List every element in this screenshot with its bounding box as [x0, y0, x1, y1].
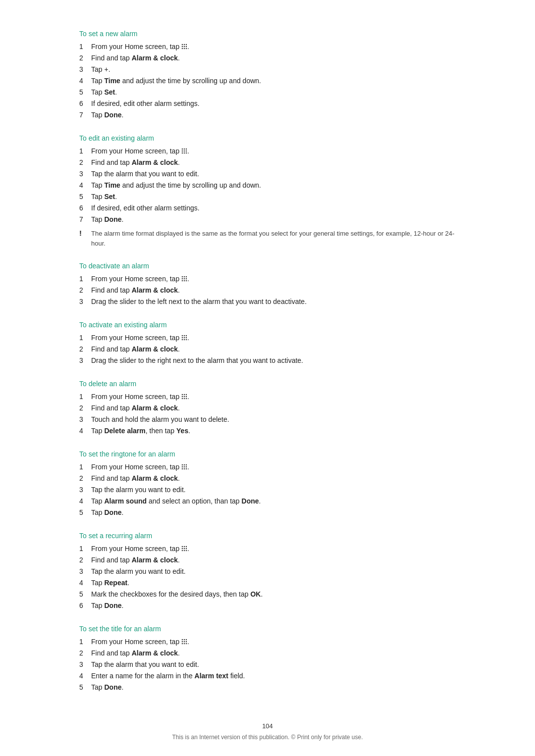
- svg-point-70: [184, 643, 185, 644]
- step-item: 1From your Home screen, tap .: [79, 146, 456, 156]
- step-text: From your Home screen, tap .: [91, 462, 456, 472]
- section-new-alarm: To set a new alarm 1From your Home scree…: [79, 30, 456, 120]
- section-title-activate-alarm: To activate an existing alarm: [79, 321, 456, 329]
- svg-point-7: [184, 48, 185, 49]
- step-text: Drag the slider to the left next to the …: [91, 297, 456, 307]
- step-number: 1: [79, 392, 91, 402]
- step-item: 5Tap Done.: [79, 682, 456, 693]
- svg-point-10: [184, 149, 185, 150]
- step-number: 3: [79, 659, 91, 670]
- step-number: 2: [79, 344, 91, 354]
- step-item: 2Find and tap Alarm & clock.: [79, 473, 456, 484]
- svg-point-21: [182, 278, 183, 279]
- svg-point-48: [182, 466, 183, 467]
- svg-point-17: [186, 152, 187, 153]
- step-number: 4: [79, 426, 91, 436]
- step-text: Tap the alarm you want to edit.: [91, 566, 456, 577]
- step-item: 5Tap Set.: [79, 87, 456, 98]
- step-number: 3: [79, 64, 91, 75]
- note-icon: !: [79, 229, 91, 237]
- section-ringtone-alarm: To set the ringtone for an alarm 1From y…: [79, 450, 456, 518]
- step-number: 2: [79, 285, 91, 296]
- svg-point-59: [186, 548, 187, 549]
- step-number: 2: [79, 473, 91, 484]
- note-text: The alarm time format displayed is the s…: [91, 229, 456, 248]
- step-text: Tap Done.: [91, 507, 456, 518]
- svg-point-26: [186, 280, 187, 281]
- step-number: 5: [79, 507, 91, 518]
- step-text: Tap Set.: [91, 192, 456, 202]
- step-text: Tap Delete alarm, then tap Yes.: [91, 426, 456, 436]
- step-text: Find and tap Alarm & clock.: [91, 157, 456, 168]
- svg-point-1: [184, 44, 185, 45]
- step-item: 7Tap Done.: [79, 110, 456, 120]
- svg-point-49: [184, 466, 185, 467]
- svg-point-53: [186, 468, 187, 469]
- step-text: Find and tap Alarm & clock.: [91, 285, 456, 296]
- svg-point-41: [186, 396, 187, 397]
- step-number: 1: [79, 544, 91, 554]
- svg-point-56: [186, 546, 187, 547]
- step-text: Drag the slider to the right next to the…: [91, 355, 456, 366]
- section-delete-alarm: To delete an alarm 1From your Home scree…: [79, 380, 456, 436]
- section-title-delete-alarm: To delete an alarm: [79, 380, 456, 388]
- step-item: 6Tap Done.: [79, 601, 456, 611]
- step-item: 1From your Home screen, tap .: [79, 544, 456, 554]
- step-number: 5: [79, 682, 91, 693]
- svg-point-71: [186, 643, 187, 644]
- section-recurring-alarm: To set a recurring alarm 1From your Home…: [79, 532, 456, 611]
- svg-point-63: [182, 639, 183, 640]
- svg-point-36: [182, 394, 183, 395]
- svg-point-14: [186, 151, 187, 151]
- svg-point-42: [182, 398, 183, 399]
- step-text: Tap the alarm that you want to edit.: [91, 659, 456, 670]
- step-text: Tap Done.: [91, 601, 456, 611]
- step-text: From your Home screen, tap .: [91, 274, 456, 284]
- svg-point-30: [182, 337, 183, 338]
- svg-point-46: [184, 464, 185, 465]
- svg-point-64: [184, 639, 185, 640]
- step-number: 4: [79, 671, 91, 681]
- step-item: 3Drag the slider to the right next to th…: [79, 355, 456, 366]
- step-item: 3Tap the alarm you want to edit.: [79, 566, 456, 577]
- svg-point-37: [184, 394, 185, 395]
- step-text: Find and tap Alarm & clock.: [91, 648, 456, 658]
- step-item: 2Find and tap Alarm & clock.: [79, 648, 456, 658]
- step-text: From your Home screen, tap .: [91, 42, 456, 52]
- step-number: 7: [79, 110, 91, 120]
- step-item: 3Drag the slider to the left next to the…: [79, 297, 456, 307]
- step-item: 1From your Home screen, tap .: [79, 462, 456, 472]
- step-number: 4: [79, 578, 91, 588]
- svg-point-27: [182, 335, 183, 336]
- step-text: Find and tap Alarm & clock.: [91, 403, 456, 413]
- step-number: 3: [79, 414, 91, 425]
- step-text: Tap Set.: [91, 87, 456, 98]
- step-item: 4Tap Time and adjust the time by scrolli…: [79, 76, 456, 86]
- step-item: 4Enter a name for the alarm in the Alarm…: [79, 671, 456, 681]
- step-item: 6If desired, edit other alarm settings.: [79, 203, 456, 213]
- svg-point-2: [186, 44, 187, 45]
- step-number: 7: [79, 214, 91, 225]
- step-text: Tap Time and adjust the time by scrollin…: [91, 76, 456, 86]
- svg-point-67: [184, 641, 185, 642]
- svg-point-33: [182, 339, 183, 340]
- step-number: 3: [79, 485, 91, 495]
- step-text: Find and tap Alarm & clock.: [91, 555, 456, 565]
- page-number: 104: [79, 722, 456, 730]
- step-item: 4Tap Alarm sound and select an option, t…: [79, 496, 456, 506]
- step-text: From your Home screen, tap .: [91, 146, 456, 156]
- step-text: Tap Alarm sound and select an option, th…: [91, 496, 456, 506]
- svg-point-5: [186, 46, 187, 47]
- step-text: Tap +.: [91, 64, 456, 75]
- step-text: Tap the alarm you want to edit.: [91, 485, 456, 495]
- step-number: 1: [79, 42, 91, 52]
- section-title-ringtone-alarm: To set the ringtone for an alarm: [79, 450, 456, 458]
- step-text: Touch and hold the alarm you want to del…: [91, 414, 456, 425]
- step-number: 1: [79, 637, 91, 647]
- steps-list-ringtone-alarm: 1From your Home screen, tap . 2Find and …: [79, 462, 456, 518]
- svg-point-50: [186, 466, 187, 467]
- svg-point-57: [182, 548, 183, 549]
- page-container: To set a new alarm 1From your Home scree…: [79, 0, 456, 756]
- step-number: 3: [79, 355, 91, 366]
- steps-list-title-alarm: 1From your Home screen, tap . 2Find and …: [79, 637, 456, 693]
